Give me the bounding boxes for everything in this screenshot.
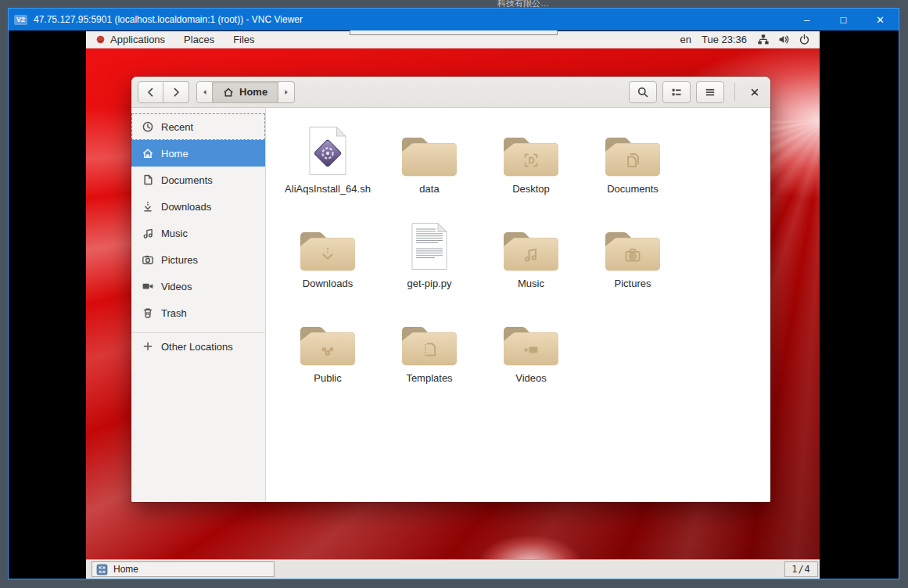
list-view-icon: [670, 86, 683, 99]
taskbar-window-button[interactable]: Home: [92, 561, 275, 577]
trash-icon: [142, 307, 154, 319]
file-item-downloads[interactable]: Downloads: [277, 212, 379, 295]
menu-button[interactable]: [696, 81, 724, 103]
folder-icon: [379, 307, 480, 366]
top-bar-menus: ApplicationsPlacesFiles: [86, 31, 264, 48]
folder-icon: [582, 212, 684, 271]
menu-applications[interactable]: Applications: [86, 31, 174, 48]
sidebar-item-other-locations[interactable]: Other Locations: [131, 333, 265, 360]
menu-places[interactable]: Places: [174, 31, 224, 48]
toolbar-divider: [734, 83, 735, 101]
shell-script-icon: [277, 117, 379, 177]
keyboard-layout-indicator[interactable]: en: [680, 34, 691, 45]
file-name-label: Videos: [515, 372, 547, 384]
power-icon[interactable]: [799, 34, 810, 45]
sidebar-item-label: Home: [161, 148, 188, 160]
forward-button[interactable]: [163, 81, 189, 103]
file-item-templates[interactable]: Templates: [379, 307, 480, 389]
breadcrumb-home-segment[interactable]: Home: [213, 81, 278, 103]
triangle-right-icon: [281, 87, 292, 98]
maximize-button[interactable]: □: [825, 9, 862, 30]
sidebar-item-documents[interactable]: Documents: [131, 167, 265, 193]
vnc-toolbar-peek-handle[interactable]: [350, 30, 558, 35]
sidebar-item-videos[interactable]: Videos: [131, 273, 265, 299]
sidebar-item-label: Documents: [161, 174, 213, 186]
file-item-documents[interactable]: Documents: [582, 117, 684, 200]
file-item-aliaqsinstall-64-sh[interactable]: AliAqsInstall_64.sh: [277, 117, 379, 200]
view-toggle-button[interactable]: [662, 81, 691, 103]
video-icon: [142, 280, 154, 292]
path-scroll-right-button[interactable]: [278, 81, 295, 103]
breadcrumb: Home: [196, 81, 295, 103]
vnc-viewer-window: V2 47.75.127.95:5901 (localhost.localdom…: [8, 8, 899, 579]
sidebar-item-pictures[interactable]: Pictures: [131, 246, 265, 273]
folder-icon: [582, 117, 684, 177]
folder-icon: [480, 117, 582, 177]
file-name-label: Music: [518, 278, 544, 289]
plus-icon: [142, 340, 154, 353]
desktop-wallpaper[interactable]: Home: [86, 48, 820, 559]
recent-icon: [142, 120, 154, 133]
file-name-label: Documents: [607, 183, 659, 195]
menu-label: Applications: [110, 34, 165, 45]
file-name-label: Public: [314, 372, 341, 384]
file-manager-body: RecentHomeDocumentsDownloadsMusicPicture…: [131, 108, 770, 502]
sidebar-item-recent[interactable]: Recent: [131, 113, 265, 140]
text-file-icon: [379, 212, 480, 271]
network-icon[interactable]: [757, 34, 770, 45]
chevron-left-icon: [145, 86, 157, 99]
vnc-titlebar: V2 47.75.127.95:5901 (localhost.localdom…: [9, 9, 899, 30]
taskbar-window-label: Home: [113, 564, 138, 575]
system-status-icons: [757, 34, 810, 45]
file-item-pictures[interactable]: Pictures: [582, 212, 684, 295]
file-name-label: data: [419, 183, 439, 195]
close-button[interactable]: ✕: [862, 9, 899, 30]
vnc-app-icon[interactable]: V2: [14, 15, 27, 25]
workspace-indicator[interactable]: 1/4: [784, 561, 818, 577]
path-scroll-left-button[interactable]: [196, 81, 213, 103]
clock[interactable]: Tue 23:36: [702, 34, 747, 45]
window-close-button[interactable]: [745, 81, 764, 103]
file-item-public[interactable]: Public: [277, 307, 379, 389]
sidebar-item-label: Other Locations: [161, 341, 233, 353]
sidebar-item-label: Recent: [161, 121, 193, 133]
sidebar-item-label: Music: [161, 228, 188, 239]
file-item-videos[interactable]: Videos: [480, 307, 582, 389]
screen: 科技有限公… V2 47.75.127.95:5901 (localhost.l…: [0, 0, 908, 588]
vnc-client-area: ApplicationsPlacesFiles en Tue 23:36: [9, 30, 899, 579]
places-sidebar: RecentHomeDocumentsDownloadsMusicPicture…: [131, 108, 266, 502]
file-cabinet-icon: [96, 564, 108, 575]
folder-icon: [480, 307, 582, 366]
sidebar-item-trash[interactable]: Trash: [131, 299, 265, 326]
music-icon: [142, 227, 154, 239]
search-button[interactable]: [629, 81, 657, 103]
top-bar-status-area: en Tue 23:36: [680, 31, 820, 48]
sidebar-item-music[interactable]: Music: [131, 220, 265, 246]
file-item-data[interactable]: data: [379, 117, 480, 200]
file-name-label: Downloads: [303, 278, 353, 289]
minimize-button[interactable]: –: [788, 9, 825, 30]
file-name-label: AliAqsInstall_64.sh: [285, 183, 371, 195]
file-item-desktop[interactable]: Desktop: [480, 117, 582, 200]
document-icon: [142, 174, 154, 186]
sidebar-item-label: Downloads: [161, 201, 211, 213]
chevron-right-icon: [170, 86, 182, 99]
folder-icon: [277, 212, 379, 271]
back-button[interactable]: [138, 81, 163, 103]
folder-icon: [277, 307, 379, 366]
history-nav: [138, 81, 189, 103]
vnc-window-title: 47.75.127.95:5901 (localhost.localdomain…: [34, 14, 303, 25]
file-item-get-pip-py[interactable]: get-pip.py: [379, 212, 480, 295]
home-icon: [223, 87, 234, 98]
folder-icon: [379, 117, 480, 177]
file-name-label: Pictures: [615, 278, 651, 289]
file-item-music[interactable]: Music: [480, 212, 582, 295]
sidebar-item-home[interactable]: Home: [131, 140, 265, 167]
triangle-left-icon: [199, 87, 210, 98]
remote-desktop: ApplicationsPlacesFiles en Tue 23:36: [86, 31, 820, 579]
menu-files[interactable]: Files: [224, 31, 264, 48]
home-icon: [142, 147, 154, 160]
volume-icon[interactable]: [778, 34, 790, 45]
file-name-label: Templates: [406, 372, 452, 384]
sidebar-item-downloads[interactable]: Downloads: [131, 193, 265, 220]
